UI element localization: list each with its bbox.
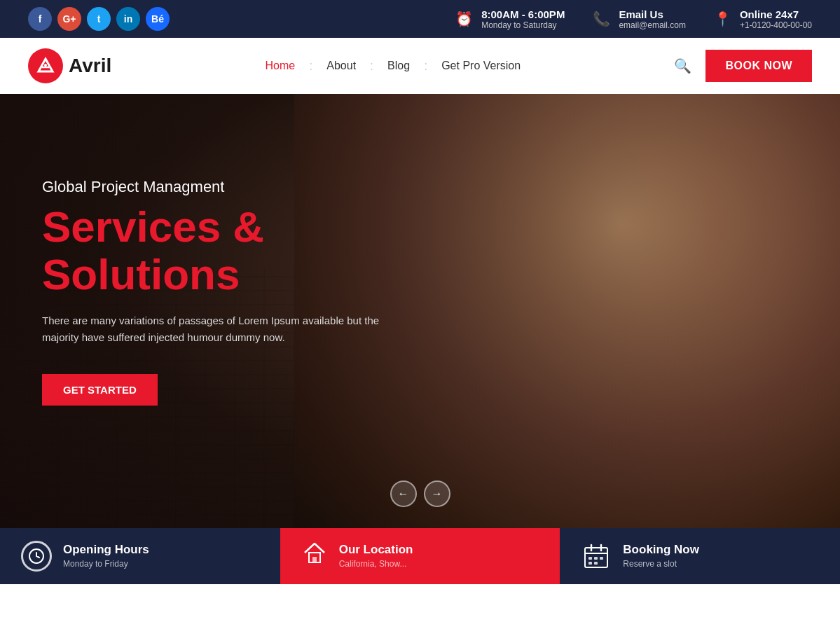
location-info: 📍 Online 24x7 +1-0120-400-00-00: [714, 8, 812, 30]
booking-now-sub: Reserve a slot: [623, 559, 677, 569]
email-sub: email@email.com: [619, 20, 686, 30]
opening-hours-label: Opening Hours: [63, 543, 149, 557]
hero-section: Global Project Managment Services & Solu…: [0, 94, 840, 528]
book-now-button[interactable]: Book Now: [705, 50, 812, 82]
hero-content: Global Project Managment Services & Solu…: [0, 94, 490, 490]
location-sub: +1-0120-400-00-00: [740, 20, 812, 30]
our-location-text: Our Location California, Show...: [339, 543, 413, 569]
booking-calendar-icon: [581, 541, 612, 572]
hours-label: 8:00AM - 6:00PM: [481, 8, 565, 20]
our-location-block[interactable]: Our Location California, Show...: [280, 528, 560, 584]
nav-blog[interactable]: Blog: [373, 60, 424, 72]
svg-rect-8: [588, 562, 592, 565]
logo-text: Avril: [69, 55, 111, 77]
hero-title: Services & Solutions: [42, 203, 448, 298]
booking-now-block[interactable]: Booking Now Reserve a slot: [560, 528, 840, 584]
opening-hours-sub: Monday to Friday: [63, 559, 128, 569]
hero-description: There are many variations of passages of…: [42, 312, 392, 346]
twitter-icon[interactable]: t: [87, 7, 111, 31]
nav-right: 🔍 Book Now: [674, 50, 812, 82]
opening-hours-block[interactable]: Opening Hours Monday to Friday: [0, 528, 280, 584]
logo[interactable]: Avril: [28, 48, 111, 83]
location-house-icon: [301, 540, 328, 572]
info-bar: Opening Hours Monday to Friday Our Locat…: [0, 528, 840, 584]
navbar: Avril Home : About : Blog : Get Pro Vers…: [0, 38, 840, 94]
logo-icon: [28, 48, 63, 83]
facebook-icon[interactable]: f: [28, 7, 52, 31]
nav-about[interactable]: About: [312, 60, 370, 72]
location-label: Online 24x7: [740, 8, 812, 20]
booking-now-text: Booking Now Reserve a slot: [623, 543, 699, 569]
svg-rect-7: [600, 557, 603, 560]
contact-info: ⏰ 8:00AM - 6:00PM Monday to Saturday 📞 E…: [455, 8, 812, 30]
google-plus-icon[interactable]: G+: [57, 7, 81, 31]
slider-next-button[interactable]: →: [424, 481, 450, 507]
hours-sub: Monday to Saturday: [481, 20, 565, 30]
svg-rect-6: [594, 557, 598, 560]
behance-icon[interactable]: Bé: [146, 7, 170, 31]
location-icon: 📍: [714, 11, 731, 27]
svg-rect-3: [312, 557, 317, 562]
opening-hours-text: Opening Hours Monday to Friday: [63, 543, 149, 569]
email-label: Email Us: [619, 8, 686, 20]
phone-icon: 📞: [593, 11, 610, 27]
hours-info: ⏰ 8:00AM - 6:00PM Monday to Saturday: [455, 8, 565, 30]
slider-controls: ← →: [390, 481, 450, 507]
nav-pro[interactable]: Get Pro Version: [427, 60, 535, 72]
clock-icon: ⏰: [455, 11, 473, 27]
opening-hours-icon: [21, 541, 52, 572]
booking-now-label: Booking Now: [623, 543, 699, 557]
email-info: 📞 Email Us email@email.com: [593, 8, 686, 30]
nav-links: Home : About : Blog : Get Pro Version: [252, 59, 535, 74]
linkedin-icon[interactable]: in: [116, 7, 140, 31]
our-location-label: Our Location: [339, 543, 413, 557]
top-bar: f G+ t in Bé ⏰ 8:00AM - 6:00PM Monday to…: [0, 0, 840, 38]
svg-rect-9: [594, 562, 598, 565]
svg-point-0: [44, 64, 47, 67]
search-icon[interactable]: 🔍: [674, 57, 691, 74]
slider-prev-button[interactable]: ←: [390, 481, 417, 507]
hero-subtitle: Global Project Managment: [42, 178, 448, 196]
get-started-button[interactable]: Get Started: [42, 374, 158, 406]
svg-rect-5: [588, 557, 592, 560]
social-icons: f G+ t in Bé: [28, 7, 170, 31]
nav-home[interactable]: Home: [252, 60, 310, 72]
our-location-sub: California, Show...: [339, 559, 407, 569]
